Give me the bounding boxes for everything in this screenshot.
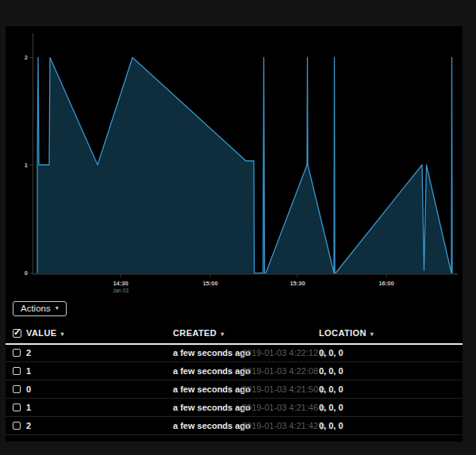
- value-time-area-chart: 01214:30Jan 0315:0015:3016:00: [6, 26, 463, 296]
- sort-caret-icon: ▾: [221, 331, 224, 338]
- column-header-created-label: CREATED: [173, 328, 217, 338]
- actions-button[interactable]: Actions ▾: [13, 301, 67, 316]
- table-row[interactable]: 1a few seconds ago2019-01-03 4:21:46 p..…: [6, 399, 463, 417]
- table-row[interactable]: 1a few seconds ago2019-01-03 4:22:08 ...…: [6, 362, 463, 380]
- location-cell: 0, 0, 0: [319, 344, 344, 362]
- x-tick-label: 15:00: [202, 280, 217, 287]
- check-icon: ✓: [13, 327, 21, 338]
- row-checkbox[interactable]: [13, 422, 21, 430]
- table-row[interactable]: 2a few seconds ago2019-01-03 4:22:12 p..…: [6, 344, 463, 362]
- sort-caret-icon: ▾: [60, 331, 63, 338]
- value-cell: 2: [26, 417, 31, 435]
- chart-area-fill: [37, 58, 452, 273]
- value-cell: 2: [26, 344, 31, 362]
- row-checkbox[interactable]: [13, 349, 21, 357]
- created-relative-cell: a few seconds ago: [173, 417, 251, 435]
- actions-button-label: Actions: [21, 304, 51, 313]
- table-row[interactable]: 2a few seconds ago2019-01-03 4:21:42 p..…: [6, 417, 463, 435]
- sort-caret-icon: ▾: [370, 331, 374, 338]
- caret-down-icon: ▾: [56, 305, 59, 312]
- column-header-location[interactable]: LOCATION▾: [319, 328, 374, 338]
- column-header-value[interactable]: VALUE▾: [26, 328, 64, 338]
- table-header-row: ✓ VALUE▾ CREATED▾ LOCATION▾: [6, 323, 463, 344]
- created-relative-cell: a few seconds ago: [173, 362, 251, 380]
- created-relative-cell: a few seconds ago: [173, 380, 251, 399]
- value-cell: 1: [26, 399, 31, 417]
- row-checkbox[interactable]: [13, 367, 21, 375]
- x-tick-date-label: Jan 03: [113, 288, 129, 293]
- created-relative-cell: a few seconds ago: [173, 344, 251, 362]
- column-header-created[interactable]: CREATED▾: [173, 328, 225, 338]
- y-tick-label: 1: [25, 162, 28, 169]
- created-relative-cell: a few seconds ago: [173, 399, 251, 417]
- data-table: ✓ VALUE▾ CREATED▾ LOCATION▾ 2a few secon…: [6, 323, 463, 435]
- x-tick-label: 14:30: [113, 280, 128, 287]
- x-tick-label: 16:00: [378, 280, 393, 287]
- row-checkbox[interactable]: [13, 385, 21, 393]
- select-all-checkbox[interactable]: ✓: [13, 329, 21, 338]
- y-tick-label: 2: [25, 54, 28, 61]
- row-checkbox[interactable]: [13, 403, 21, 411]
- y-tick-label: 0: [25, 270, 28, 277]
- location-cell: 0, 0, 0: [319, 380, 344, 399]
- location-cell: 0, 0, 0: [319, 399, 344, 417]
- value-cell: 0: [26, 380, 31, 399]
- created-timestamp-cell: 2019-01-03 4:22:08 ...: [242, 362, 328, 380]
- location-cell: 0, 0, 0: [319, 362, 344, 380]
- location-cell: 0, 0, 0: [319, 417, 344, 435]
- column-header-value-label: VALUE: [26, 328, 56, 338]
- column-header-location-label: LOCATION: [319, 328, 367, 338]
- screen: 01214:30Jan 0315:0015:3016:00 Actions ▾ …: [0, 0, 476, 455]
- x-tick-label: 15:30: [290, 280, 305, 287]
- table-row[interactable]: 0a few seconds ago2019-01-03 4:21:50 p..…: [6, 380, 463, 399]
- content-panel: 01214:30Jan 0315:0015:3016:00 Actions ▾ …: [6, 26, 463, 442]
- value-cell: 1: [26, 362, 31, 380]
- table-body: 2a few seconds ago2019-01-03 4:22:12 p..…: [6, 344, 463, 435]
